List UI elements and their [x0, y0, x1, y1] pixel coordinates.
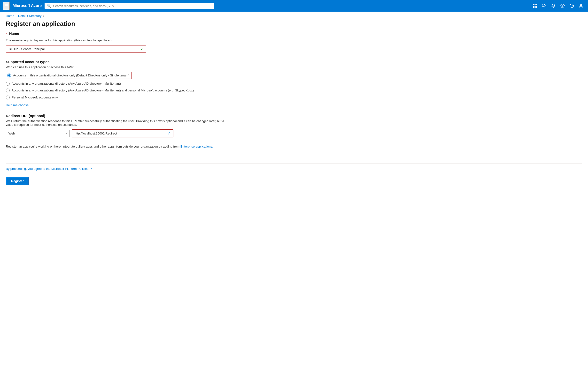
radio-label-0: Accounts in this organizational director… — [13, 73, 130, 78]
enterprise-applications-link[interactable]: Enterprise applications. — [180, 145, 213, 148]
name-label: Name — [9, 31, 19, 36]
radio-label-2: Accounts in any organizational directory… — [12, 88, 194, 93]
breadcrumb-sep-2: › — [43, 14, 44, 18]
main-content: * Name The user-facing display name for … — [0, 31, 233, 163]
page-header: Register an application ... — [0, 19, 588, 31]
register-button[interactable]: Register — [6, 177, 29, 185]
policy-section: By proceeding, you agree to the Microsof… — [0, 164, 588, 173]
grid-icon-button[interactable] — [531, 2, 539, 9]
external-link-icon: ↗ — [89, 167, 92, 170]
hamburger-menu[interactable]: ☰ — [3, 2, 10, 10]
name-section: * Name The user-facing display name for … — [6, 31, 227, 53]
redirect-type-select[interactable]: Web SPA Public client/native (mobile & d… — [6, 130, 70, 137]
user-icon-button[interactable] — [577, 2, 585, 9]
radio-option-0[interactable]: Accounts in this organizational director… — [6, 72, 227, 79]
redirect-uri-checkmark-icon: ✓ — [167, 131, 170, 136]
policy-link[interactable]: ↗ — [89, 167, 92, 170]
help-icon-button[interactable] — [568, 2, 576, 9]
help-me-choose-link[interactable]: Help me choose... — [6, 103, 31, 107]
search-bar: 🔍 — [45, 3, 214, 9]
radio-option-1[interactable]: Accounts in any organizational directory… — [6, 81, 227, 86]
radio-option-3[interactable]: Personal Microsoft accounts only — [6, 95, 227, 100]
top-navigation: ☰ Microsoft Azure 🔍 — [0, 0, 588, 12]
redirect-uri-section: Redirect URI (optional) We'll return the… — [6, 114, 227, 137]
notification-icon-button[interactable] — [549, 2, 558, 9]
note-text: Register an app you're working on here. … — [6, 144, 214, 149]
breadcrumb-sep-1: › — [16, 14, 17, 18]
radio-border-box-0: Accounts in this organizational director… — [6, 72, 132, 79]
account-types-label: Supported account types — [6, 60, 227, 64]
policy-text-content: By proceeding, you agree to the Microsof… — [6, 167, 89, 170]
redirect-type-select-wrapper: Web SPA Public client/native (mobile & d… — [6, 130, 70, 137]
name-checkmark-icon: ✓ — [140, 47, 143, 51]
account-types-section: Supported account types Who can use this… — [6, 60, 227, 107]
radio-input-0[interactable] — [7, 73, 11, 77]
radio-option-2[interactable]: Accounts in any organizational directory… — [6, 88, 227, 93]
account-types-description: Who can use this application or access t… — [6, 65, 227, 69]
svg-rect-2 — [533, 6, 535, 8]
radio-label-1: Accounts in any organizational directory… — [12, 81, 121, 86]
required-star: * — [6, 32, 7, 36]
redirect-uri-row: Web SPA Public client/native (mobile & d… — [6, 129, 227, 137]
redirect-uri-input[interactable] — [72, 130, 173, 137]
page-title: Register an application — [6, 20, 75, 27]
svg-point-8 — [580, 4, 582, 5]
name-input-wrapper: ✓ — [6, 45, 146, 53]
cloud-upload-icon-button[interactable] — [540, 2, 548, 9]
search-input[interactable] — [53, 4, 212, 8]
redirect-uri-description: We'll return the authentication response… — [6, 119, 227, 126]
svg-rect-3 — [535, 6, 537, 8]
radio-label-3: Personal Microsoft accounts only — [12, 95, 58, 100]
more-options-button[interactable]: ... — [78, 21, 81, 26]
svg-rect-0 — [533, 4, 535, 5]
radio-input-2[interactable] — [6, 89, 10, 92]
search-icon: 🔍 — [47, 4, 51, 8]
redirect-uri-label: Redirect URI (optional) — [6, 114, 227, 118]
radio-group: Accounts in this organizational director… — [6, 72, 227, 100]
brand-name: Microsoft Azure — [13, 4, 42, 8]
svg-point-5 — [562, 5, 563, 6]
name-description: The user-facing display name for this ap… — [6, 38, 227, 42]
breadcrumb-home[interactable]: Home — [6, 14, 14, 18]
radio-input-1[interactable] — [6, 82, 10, 86]
redirect-uri-input-wrapper: ✓ — [72, 129, 173, 137]
svg-rect-1 — [535, 4, 537, 5]
settings-icon-button[interactable] — [559, 2, 567, 9]
name-input[interactable] — [6, 46, 146, 52]
radio-input-3[interactable] — [6, 96, 10, 99]
breadcrumb-default-directory[interactable]: Default Directory — [18, 14, 42, 18]
nav-icons — [531, 2, 585, 9]
breadcrumb: Home › Default Directory › — [0, 12, 588, 19]
